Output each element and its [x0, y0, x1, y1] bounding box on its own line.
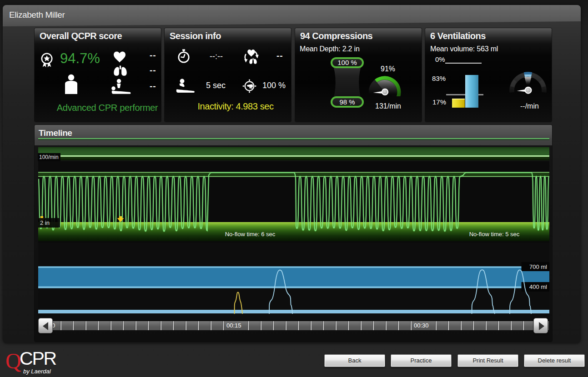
svg-text:2 in: 2 in	[40, 219, 50, 226]
svg-text:400 ml: 400 ml	[529, 283, 547, 290]
svg-text:No-flow time: 5 sec: No-flow time: 5 sec	[469, 231, 520, 238]
svg-text:700 ml: 700 ml	[529, 263, 547, 270]
svg-text:No-flow time: 6 sec: No-flow time: 6 sec	[225, 231, 276, 238]
